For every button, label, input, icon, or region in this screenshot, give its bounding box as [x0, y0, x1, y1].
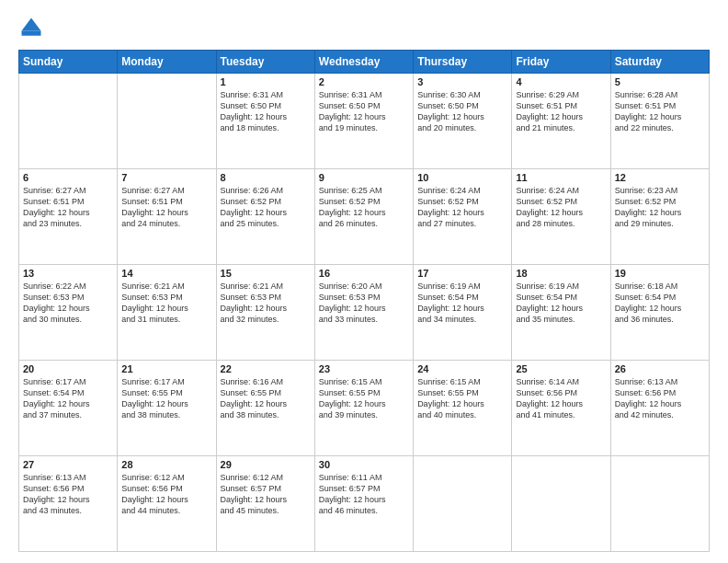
calendar-cell: 15Sunrise: 6:21 AMSunset: 6:53 PMDayligh… [216, 265, 314, 361]
sunset-text: Sunset: 6:54 PM [23, 387, 113, 398]
sunrise-text: Sunrise: 6:24 AM [417, 185, 507, 196]
sunset-text: Sunset: 6:57 PM [221, 483, 311, 494]
daylight-text: Daylight: 12 hoursand 38 minutes. [121, 398, 211, 420]
day-info: Sunrise: 6:15 AMSunset: 6:55 PMDaylight:… [417, 376, 507, 421]
calendar-week-row: 27Sunrise: 6:13 AMSunset: 6:56 PMDayligh… [19, 456, 710, 552]
sunrise-text: Sunrise: 6:22 AM [23, 281, 113, 292]
day-info: Sunrise: 6:24 AMSunset: 6:52 PMDaylight:… [516, 185, 606, 230]
sunset-text: Sunset: 6:51 PM [516, 100, 606, 111]
sunset-text: Sunset: 6:50 PM [417, 100, 507, 111]
weekday-header-saturday: Saturday [610, 51, 709, 74]
sunset-text: Sunset: 6:54 PM [516, 292, 606, 303]
sunset-text: Sunset: 6:52 PM [319, 196, 409, 207]
day-info: Sunrise: 6:19 AMSunset: 6:54 PMDaylight:… [417, 281, 507, 326]
sunrise-text: Sunrise: 6:26 AM [221, 185, 311, 196]
daylight-text: Daylight: 12 hoursand 39 minutes. [319, 398, 409, 420]
logo-icon [18, 15, 44, 40]
daylight-text: Daylight: 12 hoursand 25 minutes. [221, 207, 311, 229]
calendar-week-row: 13Sunrise: 6:22 AMSunset: 6:53 PMDayligh… [19, 265, 710, 361]
sunrise-text: Sunrise: 6:14 AM [516, 376, 606, 387]
calendar-cell: 2Sunrise: 6:31 AMSunset: 6:50 PMDaylight… [314, 74, 413, 169]
daylight-text: Daylight: 12 hoursand 26 minutes. [319, 207, 409, 229]
sunrise-text: Sunrise: 6:13 AM [23, 472, 113, 483]
day-info: Sunrise: 6:27 AMSunset: 6:51 PMDaylight:… [121, 185, 211, 230]
sunset-text: Sunset: 6:55 PM [221, 387, 311, 398]
sunset-text: Sunset: 6:50 PM [221, 100, 311, 111]
day-number: 10 [417, 172, 507, 183]
weekday-header-friday: Friday [512, 51, 610, 74]
day-number: 30 [319, 459, 409, 470]
day-number: 29 [221, 459, 311, 470]
calendar-cell: 26Sunrise: 6:13 AMSunset: 6:56 PMDayligh… [610, 361, 709, 456]
day-info: Sunrise: 6:19 AMSunset: 6:54 PMDaylight:… [516, 281, 606, 326]
daylight-text: Daylight: 12 hoursand 42 minutes. [615, 398, 705, 420]
calendar-cell: 18Sunrise: 6:19 AMSunset: 6:54 PMDayligh… [512, 265, 610, 361]
sunrise-text: Sunrise: 6:11 AM [319, 472, 409, 483]
sunrise-text: Sunrise: 6:17 AM [121, 376, 211, 387]
day-number: 7 [121, 172, 211, 183]
calendar-cell: 9Sunrise: 6:25 AMSunset: 6:52 PMDaylight… [314, 169, 413, 265]
sunset-text: Sunset: 6:55 PM [121, 387, 211, 398]
calendar-cell: 10Sunrise: 6:24 AMSunset: 6:52 PMDayligh… [414, 169, 512, 265]
sunrise-text: Sunrise: 6:19 AM [516, 281, 606, 292]
daylight-text: Daylight: 12 hoursand 31 minutes. [121, 303, 211, 325]
weekday-header-tuesday: Tuesday [216, 51, 314, 74]
daylight-text: Daylight: 12 hoursand 29 minutes. [615, 207, 705, 229]
daylight-text: Daylight: 12 hoursand 23 minutes. [23, 207, 113, 229]
sunset-text: Sunset: 6:51 PM [615, 100, 705, 111]
calendar-cell: 7Sunrise: 6:27 AMSunset: 6:51 PMDaylight… [118, 169, 216, 265]
sunrise-text: Sunrise: 6:21 AM [221, 281, 311, 292]
day-info: Sunrise: 6:25 AMSunset: 6:52 PMDaylight:… [319, 185, 409, 230]
daylight-text: Daylight: 12 hoursand 32 minutes. [221, 303, 311, 325]
day-number: 16 [319, 268, 409, 279]
sunset-text: Sunset: 6:54 PM [417, 292, 507, 303]
calendar-cell: 13Sunrise: 6:22 AMSunset: 6:53 PMDayligh… [19, 265, 118, 361]
sunset-text: Sunset: 6:52 PM [417, 196, 507, 207]
calendar-cell [118, 74, 216, 169]
calendar-cell: 20Sunrise: 6:17 AMSunset: 6:54 PMDayligh… [19, 361, 118, 456]
calendar-cell [19, 74, 118, 169]
logo [18, 15, 48, 40]
daylight-text: Daylight: 12 hoursand 46 minutes. [319, 494, 409, 516]
day-info: Sunrise: 6:18 AMSunset: 6:54 PMDaylight:… [615, 281, 705, 326]
day-number: 28 [121, 459, 211, 470]
calendar-week-row: 6Sunrise: 6:27 AMSunset: 6:51 PMDaylight… [19, 169, 710, 265]
day-info: Sunrise: 6:28 AMSunset: 6:51 PMDaylight:… [615, 89, 705, 134]
daylight-text: Daylight: 12 hoursand 33 minutes. [319, 303, 409, 325]
day-number: 26 [615, 363, 705, 374]
calendar-cell: 21Sunrise: 6:17 AMSunset: 6:55 PMDayligh… [118, 361, 216, 456]
sunset-text: Sunset: 6:53 PM [221, 292, 311, 303]
daylight-text: Daylight: 12 hoursand 41 minutes. [516, 398, 606, 420]
day-info: Sunrise: 6:21 AMSunset: 6:53 PMDaylight:… [121, 281, 211, 326]
day-info: Sunrise: 6:20 AMSunset: 6:53 PMDaylight:… [319, 281, 409, 326]
sunrise-text: Sunrise: 6:24 AM [516, 185, 606, 196]
sunset-text: Sunset: 6:52 PM [516, 196, 606, 207]
calendar-cell: 5Sunrise: 6:28 AMSunset: 6:51 PMDaylight… [610, 74, 709, 169]
day-number: 19 [615, 268, 705, 279]
svg-rect-1 [22, 31, 41, 36]
day-number: 13 [23, 268, 113, 279]
sunrise-text: Sunrise: 6:29 AM [516, 89, 606, 100]
sunset-text: Sunset: 6:56 PM [23, 483, 113, 494]
calendar-cell: 29Sunrise: 6:12 AMSunset: 6:57 PMDayligh… [216, 456, 314, 552]
calendar-week-row: 20Sunrise: 6:17 AMSunset: 6:54 PMDayligh… [19, 361, 710, 456]
calendar-cell: 8Sunrise: 6:26 AMSunset: 6:52 PMDaylight… [216, 169, 314, 265]
daylight-text: Daylight: 12 hoursand 20 minutes. [417, 111, 507, 133]
daylight-text: Daylight: 12 hoursand 40 minutes. [417, 398, 507, 420]
day-info: Sunrise: 6:12 AMSunset: 6:57 PMDaylight:… [221, 472, 311, 517]
day-number: 8 [221, 172, 311, 183]
day-number: 2 [319, 76, 409, 87]
daylight-text: Daylight: 12 hoursand 35 minutes. [516, 303, 606, 325]
sunrise-text: Sunrise: 6:13 AM [615, 376, 705, 387]
daylight-text: Daylight: 12 hoursand 37 minutes. [23, 398, 113, 420]
day-info: Sunrise: 6:27 AMSunset: 6:51 PMDaylight:… [23, 185, 113, 230]
sunrise-text: Sunrise: 6:27 AM [23, 185, 113, 196]
calendar-table: SundayMondayTuesdayWednesdayThursdayFrid… [18, 50, 710, 552]
day-number: 22 [221, 363, 311, 374]
calendar-cell: 6Sunrise: 6:27 AMSunset: 6:51 PMDaylight… [19, 169, 118, 265]
sunset-text: Sunset: 6:51 PM [23, 196, 113, 207]
weekday-header-monday: Monday [118, 51, 216, 74]
day-number: 20 [23, 363, 113, 374]
daylight-text: Daylight: 12 hoursand 43 minutes. [23, 494, 113, 516]
sunset-text: Sunset: 6:52 PM [221, 196, 311, 207]
